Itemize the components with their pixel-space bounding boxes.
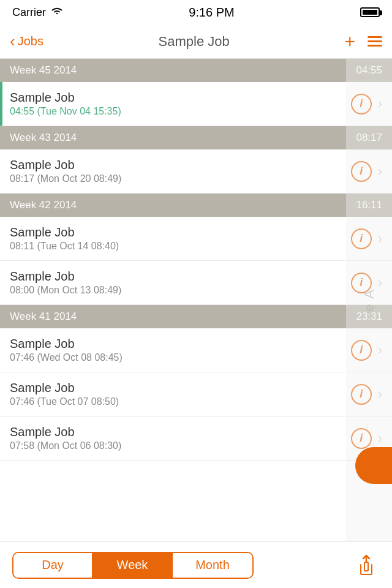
job-row-content: Sample Job 07:58 (Mon Oct 06 08:30) <box>10 425 351 451</box>
job-time: 08:17 (Mon Oct 20 08:49) <box>10 173 351 184</box>
share-icon <box>358 555 375 576</box>
carrier-label: Carrier <box>12 6 46 19</box>
week-header-week41: Week 41 2014 23:31 <box>0 305 392 328</box>
job-time: 07:58 (Mon Oct 06 08:30) <box>10 440 351 451</box>
month-tab[interactable]: Month <box>173 553 252 578</box>
tab-bar: Day Week Month <box>0 541 392 588</box>
menu-line-3 <box>368 45 382 47</box>
status-bar: Carrier 9:16 PM <box>0 0 392 24</box>
week-header-label: Week 41 2014 <box>10 311 77 323</box>
job-row-content: Sample Job 08:11 (Tue Oct 14 08:40) <box>10 225 351 252</box>
job-row-content: Sample Job 07:46 (Tue Oct 07 08:50) <box>10 381 351 407</box>
job-name: Sample Job <box>10 381 351 395</box>
job-row[interactable]: Sample Job 08:11 (Tue Oct 14 08:40) i › <box>0 217 392 261</box>
menu-line-1 <box>368 36 382 38</box>
nav-bar: ‹ Jobs Sample Job + <box>0 24 392 59</box>
svg-rect-0 <box>364 562 368 571</box>
status-right <box>360 7 380 17</box>
battery-icon <box>360 7 380 17</box>
job-row[interactable]: Sample Job 04:55 (Tue Nov 04 15:35) i › <box>0 82 392 126</box>
week-header-label: Week 43 2014 <box>10 132 77 144</box>
wifi-icon <box>51 6 63 19</box>
sections-container: Week 45 2014 04:55 Sample Job 04:55 (Tue… <box>0 59 392 461</box>
share-button[interactable] <box>353 552 380 579</box>
week-header-week45: Week 45 2014 04:55 <box>0 59 392 82</box>
job-row-content: Sample Job 08:17 (Mon Oct 20 08:49) <box>10 158 351 184</box>
week-header-week42: Week 42 2014 16:11 <box>0 194 392 217</box>
job-row[interactable]: Sample Job 07:46 (Tue Oct 07 08:50) i › <box>0 372 392 417</box>
back-chevron-icon: ‹ <box>10 33 15 49</box>
segment-control: Day Week Month <box>12 552 254 579</box>
job-time: 07:46 (Wed Oct 08 08:45) <box>10 352 351 363</box>
watermark-text: e A <box>361 288 377 312</box>
job-name: Sample Job <box>10 225 351 239</box>
week-header-week43: Week 43 2014 08:17 <box>0 126 392 149</box>
job-name: Sample Job <box>10 270 351 284</box>
page-title: Sample Job <box>159 34 230 50</box>
day-tab[interactable]: Day <box>13 553 93 578</box>
job-row[interactable]: Sample Job 08:00 (Mon Oct 13 08:49) i › <box>0 261 392 305</box>
week-header-label: Week 45 2014 <box>10 64 77 77</box>
menu-line-2 <box>368 40 382 42</box>
job-time: 04:55 (Tue Nov 04 15:35) <box>10 106 351 117</box>
back-label: Jobs <box>18 34 43 48</box>
status-time: 9:16 PM <box>189 6 234 20</box>
job-row[interactable]: Sample Job 08:17 (Mon Oct 20 08:49) i › <box>0 149 392 194</box>
job-row-content: Sample Job 08:00 (Mon Oct 13 08:49) <box>10 270 351 296</box>
job-row-content: Sample Job 04:55 (Tue Nov 04 15:35) <box>10 91 351 117</box>
list-container: Week 45 2014 04:55 Sample Job 04:55 (Tue… <box>0 59 392 541</box>
job-time: 07:46 (Tue Oct 07 08:50) <box>10 396 351 407</box>
status-left: Carrier <box>12 6 63 19</box>
job-time: 08:11 (Tue Oct 14 08:40) <box>10 241 351 252</box>
job-name: Sample Job <box>10 425 351 439</box>
orange-badge <box>355 447 392 484</box>
job-time: 08:00 (Mon Oct 13 08:49) <box>10 285 351 296</box>
nav-actions: + <box>344 31 382 52</box>
add-button[interactable]: + <box>344 31 355 52</box>
week-header-label: Week 42 2014 <box>10 199 77 211</box>
job-name: Sample Job <box>10 337 351 351</box>
job-row[interactable]: Sample Job 07:58 (Mon Oct 06 08:30) i › <box>0 417 392 461</box>
menu-button[interactable] <box>368 36 382 47</box>
job-row[interactable]: Sample Job 07:46 (Wed Oct 08 08:45) i › <box>0 328 392 372</box>
job-row-content: Sample Job 07:46 (Wed Oct 08 08:45) <box>10 337 351 363</box>
job-name: Sample Job <box>10 91 351 105</box>
week-tab[interactable]: Week <box>93 553 173 578</box>
job-name: Sample Job <box>10 158 351 172</box>
back-button[interactable]: ‹ Jobs <box>10 34 43 49</box>
